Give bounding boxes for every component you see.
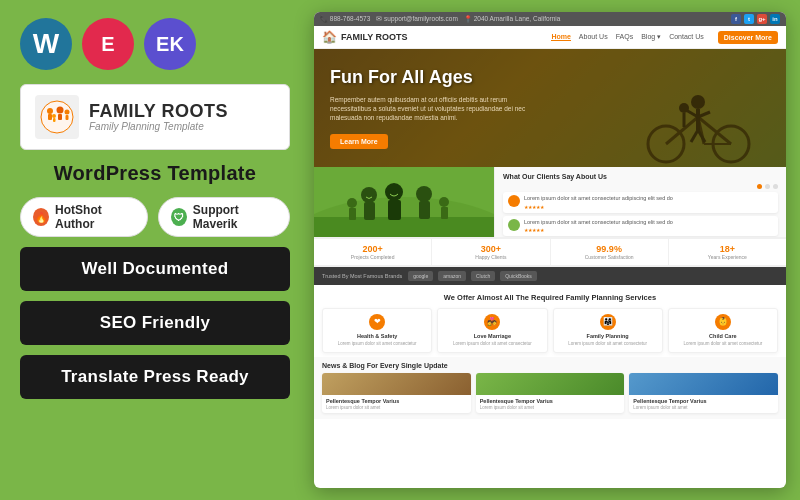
nav-link-home[interactable]: Home [551, 33, 570, 41]
trusted-label: Trusted By Most Famous Brands [322, 273, 402, 279]
preview-family-row: What Our Clients Say About Us Lorem ipsu… [314, 167, 786, 237]
nav-link-contact[interactable]: Contact Us [669, 33, 704, 41]
hero-cta-btn[interactable]: Learn More [330, 134, 388, 149]
testimonial-item-2: Lorem ipsum dolor sit amet consectetur a… [503, 216, 778, 237]
preview-services: We Offer Almost All The Required Family … [314, 285, 786, 357]
blog-card-2: Pellentesque Tempor Varius Lorem ipsum d… [476, 373, 625, 413]
google-plus-icon[interactable]: g+ [757, 14, 767, 24]
service-desc-2: Lorem ipsum dolor sit amet consectetur [442, 341, 542, 347]
stat-number-1: 200+ [318, 244, 427, 254]
blog-card-title-3: Pellentesque Tempor Varius [633, 398, 774, 404]
svg-rect-6 [66, 115, 69, 120]
trusted-logo-clutch: Clutch [471, 271, 495, 281]
nav-link-about[interactable]: About Us [579, 33, 608, 41]
blog-card-title-1: Pellentesque Tempor Varius [326, 398, 467, 404]
blog-text-2: Pellentesque Tempor Varius Lorem ipsum d… [476, 395, 625, 413]
brand-text-wrap: FAMILY ROOTS Family Planning Template [89, 102, 228, 133]
svg-point-30 [416, 186, 432, 202]
dot-3[interactable] [773, 184, 778, 189]
blog-title: News & Blog For Every Single Update [322, 362, 778, 369]
nav-discover-btn[interactable]: Discover More [718, 31, 778, 44]
svg-point-3 [57, 107, 64, 114]
nav-main: 🏠 FAMILY ROOTS Home About Us FAQs Blog ▾… [314, 26, 786, 49]
stat-number-4: 18+ [673, 244, 782, 254]
nav-brand-name: FAMILY ROOTS [341, 32, 408, 42]
family-photo [314, 167, 494, 237]
svg-point-26 [361, 187, 377, 203]
trusted-bar: Trusted By Most Famous Brands google ama… [314, 267, 786, 285]
wordpress-logo: W [20, 18, 72, 70]
dot-1[interactable] [757, 184, 762, 189]
hero-content: Fun For All Ages Rempember autem quibusd… [330, 67, 550, 149]
svg-line-19 [691, 130, 698, 142]
stat-label-1: Projects Completed [318, 254, 427, 260]
service-card-3: 👨‍👩‍👧 Family Planning Lorem ipsum dolor … [553, 308, 663, 353]
brand-icon [35, 95, 79, 139]
nav-links[interactable]: Home About Us FAQs Blog ▾ Contact Us [551, 33, 703, 41]
nav-link-faqs[interactable]: FAQs [616, 33, 634, 41]
stat-label-2: Happy Clients [436, 254, 545, 260]
preview-blog: News & Blog For Every Single Update Pell… [314, 357, 786, 419]
preview-hero: Fun For All Ages Rempember autem quibusd… [314, 49, 786, 167]
logo-row: W E EK [20, 18, 290, 70]
service-icon-2: 💑 [484, 314, 500, 330]
blog-text-3: Pellentesque Tempor Varius Lorem ipsum d… [629, 395, 778, 413]
service-icon-1: ❤ [369, 314, 385, 330]
service-card-1: ❤ Health & Safety Lorem ipsum dolor sit … [322, 308, 432, 353]
blog-card-3: Pellentesque Tempor Varius Lorem ipsum d… [629, 373, 778, 413]
service-name-3: Family Planning [558, 333, 658, 339]
right-panel: 📞 888-768-4573 ✉ support@familyroots.com… [310, 0, 800, 500]
svg-rect-27 [364, 202, 375, 220]
linkedin-icon[interactable]: in [770, 14, 780, 24]
wp-template-label: WordPress Template [20, 162, 290, 185]
stat-number-3: 99.9% [555, 244, 664, 254]
svg-point-15 [691, 95, 705, 109]
hero-text: Rempember autem quibusdam at out officii… [330, 95, 550, 122]
trusted-logos: google amazon Clutch QuickBooks [408, 271, 537, 281]
blog-img-3 [629, 373, 778, 395]
trusted-logo-amazon: amazon [438, 271, 466, 281]
svg-rect-8 [53, 118, 56, 122]
nav-brand: 🏠 FAMILY ROOTS [322, 30, 408, 44]
service-desc-4: Lorem ipsum dolor sit amet consectetur [673, 341, 773, 347]
testimonial-avatar-2 [508, 219, 520, 231]
nav-email: ✉ support@familyroots.com [376, 15, 458, 23]
testimonial-item-1: Lorem ipsum dolor sit amet consectetur a… [503, 192, 778, 213]
nav-phone: 📞 888-768-4573 [320, 15, 370, 23]
svg-point-32 [347, 198, 357, 208]
stat-label-4: Years Experience [673, 254, 782, 260]
support-icon: 🛡 [171, 208, 187, 226]
brand-box: FAMILY ROOTS Family Planning Template [20, 84, 290, 150]
stat-item-1: 200+ Projects Completed [314, 239, 432, 265]
stat-number-2: 300+ [436, 244, 545, 254]
badge-row: 🔥 HotShot Author 🛡 Support Maverik [20, 197, 290, 237]
trusted-logo-quickbooks: QuickBooks [500, 271, 537, 281]
feature-btn-3[interactable]: Translate Press Ready [20, 355, 290, 399]
testimonial-text-1: Lorem ipsum dolor sit amet consectetur a… [524, 195, 673, 210]
testimonials-title: What Our Clients Say About Us [503, 173, 778, 180]
facebook-icon[interactable]: f [731, 14, 741, 24]
service-card-4: 👶 Child Care Lorem ipsum dolor sit amet … [668, 308, 778, 353]
preview-wrapper: 📞 888-768-4573 ✉ support@familyroots.com… [314, 12, 786, 488]
testimonial-dots[interactable] [503, 184, 778, 192]
nav-top-bar: 📞 888-768-4573 ✉ support@familyroots.com… [314, 12, 786, 26]
hero-title: Fun For All Ages [330, 67, 550, 89]
blog-img-2 [476, 373, 625, 395]
testimonials-col: What Our Clients Say About Us Lorem ipsu… [494, 167, 786, 237]
hotshot-label: HotShot Author [55, 203, 135, 231]
svg-rect-31 [419, 201, 430, 219]
svg-rect-2 [48, 114, 52, 120]
twitter-icon[interactable]: t [744, 14, 754, 24]
trusted-logo-google: google [408, 271, 433, 281]
svg-point-21 [679, 103, 689, 113]
blog-text-1: Pellentesque Tempor Varius Lorem ipsum d… [322, 395, 471, 413]
service-name-4: Child Care [673, 333, 773, 339]
svg-point-5 [65, 110, 70, 115]
left-panel: W E EK FAMILY ROOTS Family Planning Temp… [0, 0, 310, 500]
svg-point-1 [47, 108, 53, 114]
feature-btn-1[interactable]: Well Documented [20, 247, 290, 291]
feature-btn-2[interactable]: SEO Friendly [20, 301, 290, 345]
brand-title: FAMILY ROOTS [89, 102, 228, 122]
nav-link-blog[interactable]: Blog ▾ [641, 33, 661, 41]
dot-2[interactable] [765, 184, 770, 189]
